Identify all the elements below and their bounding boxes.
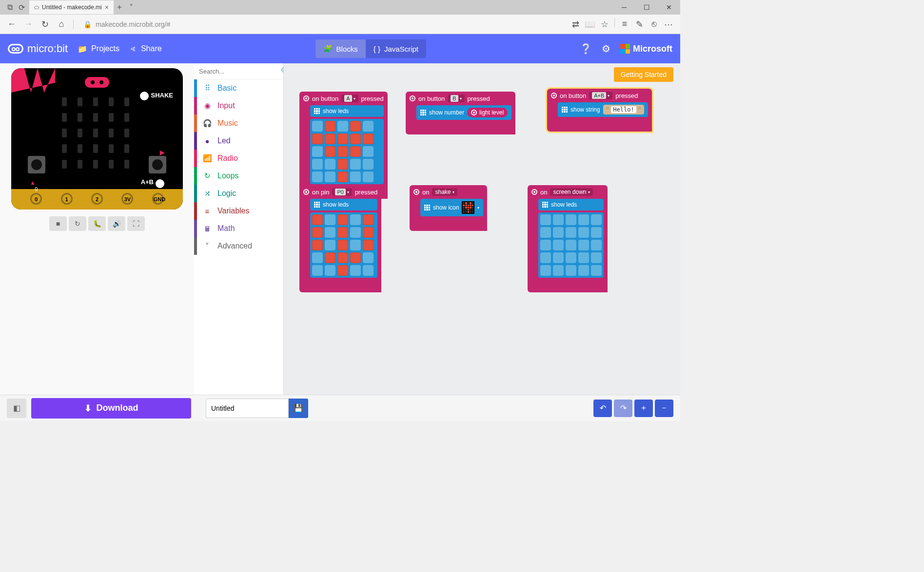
- close-window-button[interactable]: ✕: [658, 0, 680, 15]
- download-icon: ⬇: [84, 403, 92, 414]
- forward-button[interactable]: →: [21, 18, 35, 31]
- minimize-button[interactable]: ─: [613, 0, 635, 15]
- download-button[interactable]: ⬇ Download: [31, 398, 191, 419]
- simulator-controls: ■ ↻ 🐛 🔊 ⛶: [49, 216, 145, 231]
- block-on-button-ab[interactable]: on button A+B▾ pressed show string " Hel…: [547, 89, 652, 132]
- tab-chevron[interactable]: ˅: [125, 1, 137, 13]
- param-button-ab[interactable]: A+B▾: [589, 92, 612, 99]
- zoom-out-button[interactable]: －: [655, 400, 673, 417]
- block-on-shake[interactable]: on shake▾ show icon ▾: [410, 185, 487, 231]
- lock-icon: 🔒: [83, 20, 92, 28]
- bottom-bar: ◧ ⬇ Download 💾 ↶ ↷ ＋ －: [0, 395, 680, 421]
- param-button-b[interactable]: B▾: [448, 95, 464, 102]
- block-on-button-b[interactable]: on button B▾ pressed show number light l…: [406, 92, 515, 134]
- hub-icon[interactable]: ≡: [618, 18, 631, 31]
- pin-gnd[interactable]: GND: [152, 193, 164, 205]
- workspace[interactable]: Getting Started on button A▾ pressed sho…: [284, 63, 680, 404]
- pin-1[interactable]: 1: [61, 193, 73, 205]
- blocks-toggle[interactable]: 🧩 Blocks: [315, 39, 366, 58]
- javascript-toggle[interactable]: { } JavaScript: [366, 39, 426, 58]
- gear-icon[interactable]: ⚙: [602, 43, 610, 55]
- help-icon[interactable]: ❔: [580, 43, 592, 55]
- block-show-leds[interactable]: show leds: [310, 105, 384, 117]
- tab-icon-2[interactable]: ⟳: [16, 1, 27, 13]
- tab-icon-1[interactable]: ⧉: [4, 1, 16, 13]
- mute-button[interactable]: 🔊: [108, 216, 125, 231]
- category-logic[interactable]: ⤮Logic: [194, 185, 283, 202]
- microbit-simulator[interactable]: SHAKE ▲ ▶ A+B 00 1 2 3V GND: [11, 68, 183, 210]
- window-controls: ─ ☐ ✕: [613, 0, 680, 15]
- app-header: micro:bit 📁 Projects ⪡ Share 🧩 Blocks { …: [0, 34, 680, 63]
- projects-link[interactable]: 📁 Projects: [78, 44, 119, 54]
- fullscreen-button[interactable]: ⛶: [127, 216, 145, 231]
- translate-icon[interactable]: ⇄: [569, 18, 582, 31]
- param-pin-p0[interactable]: P0▾: [332, 188, 352, 196]
- microbit-logo[interactable]: micro:bit: [8, 42, 68, 55]
- block-show-number[interactable]: show number light level: [416, 105, 511, 120]
- category-variables[interactable]: ≡Variables: [194, 202, 283, 220]
- block-on-button-a[interactable]: on button A▾ pressed show leds: [299, 92, 388, 199]
- led-matrix-sd[interactable]: [538, 212, 604, 278]
- category-math[interactable]: 🖩Math: [194, 220, 283, 237]
- shake-button[interactable]: [140, 92, 149, 100]
- param-shake[interactable]: shake▾: [432, 188, 457, 196]
- shake-label: SHAKE: [151, 92, 173, 99]
- simulator-panel: SHAKE ▲ ▶ A+B 00 1 2 3V GND ■ ↻ 🐛 🔊 ⛶: [0, 63, 194, 404]
- block-show-string[interactable]: show string " Hello! ": [558, 102, 648, 117]
- button-b[interactable]: [149, 156, 166, 173]
- pin-3v[interactable]: 3V: [121, 193, 133, 205]
- redo-button[interactable]: ↷: [614, 400, 632, 417]
- debug-button[interactable]: 🐛: [88, 216, 106, 231]
- category-basic[interactable]: ⠿Basic: [194, 79, 283, 97]
- close-tab-icon[interactable]: ×: [105, 3, 109, 11]
- param-screen-down[interactable]: screen down▾: [550, 188, 592, 196]
- notes-icon[interactable]: ✎: [632, 18, 646, 31]
- more-icon[interactable]: ⋯: [662, 18, 675, 31]
- back-button[interactable]: ←: [5, 18, 19, 31]
- pin-2[interactable]: 2: [91, 193, 103, 205]
- stop-button[interactable]: ■: [49, 216, 67, 231]
- ab-button[interactable]: [156, 179, 164, 188]
- category-advanced[interactable]: ˅Advanced: [194, 237, 283, 255]
- category-input[interactable]: ◉Input: [194, 97, 283, 114]
- string-value[interactable]: " Hello! ": [603, 105, 645, 114]
- new-tab-button[interactable]: +: [114, 1, 125, 13]
- param-button-a[interactable]: A▾: [341, 95, 358, 102]
- category-loops[interactable]: ↻Loops: [194, 167, 283, 185]
- collapse-sim-button[interactable]: ◧: [7, 399, 26, 418]
- save-button[interactable]: 💾: [289, 399, 308, 418]
- browser-tab[interactable]: ⬭ Untitled - makecode.mi ×: [29, 0, 114, 14]
- refresh-button[interactable]: ↻: [38, 18, 52, 31]
- search-input[interactable]: [199, 68, 281, 75]
- led-matrix-p0[interactable]: [310, 212, 377, 278]
- button-a[interactable]: [28, 156, 45, 173]
- icon-preview[interactable]: [462, 201, 474, 214]
- project-name-input[interactable]: [206, 399, 289, 418]
- restart-button[interactable]: ↻: [69, 216, 86, 231]
- logo-text: micro:bit: [27, 42, 68, 55]
- zoom-in-button[interactable]: ＋: [634, 400, 653, 417]
- maximize-button[interactable]: ☐: [635, 0, 658, 15]
- block-on-screen-down[interactable]: on screen down▾ show leds: [528, 185, 608, 292]
- val-light-level[interactable]: light level: [467, 108, 508, 117]
- address-bar[interactable]: 🔒 makecode.microbit.org/#: [79, 20, 566, 28]
- undo-button[interactable]: ↶: [593, 400, 612, 417]
- home-button[interactable]: ⌂: [55, 18, 68, 31]
- category-music[interactable]: 🎧Music: [194, 114, 283, 132]
- block-show-leds-3[interactable]: show leds: [538, 199, 604, 210]
- reading-icon[interactable]: 📖: [583, 18, 597, 31]
- block-show-icon[interactable]: show icon ▾: [420, 199, 483, 216]
- block-on-pin-p0[interactable]: on pin P0▾ pressed show leds: [299, 185, 381, 292]
- favorite-icon[interactable]: ☆: [598, 18, 611, 31]
- pin-0[interactable]: 00: [30, 193, 42, 205]
- category-led[interactable]: ●Led: [194, 132, 283, 150]
- led-matrix-a[interactable]: [310, 119, 384, 184]
- getting-started-button[interactable]: Getting Started: [614, 67, 673, 82]
- category-radio[interactable]: 📶Radio: [194, 150, 283, 167]
- share-link[interactable]: ⪡ Share: [129, 44, 162, 53]
- block-show-leds-2[interactable]: show leds: [310, 199, 377, 210]
- label-a: ▲: [30, 179, 36, 186]
- grid-icon: [314, 108, 320, 114]
- microsoft-logo[interactable]: Microsoft: [620, 44, 672, 54]
- share-icon[interactable]: ⎋: [647, 18, 661, 31]
